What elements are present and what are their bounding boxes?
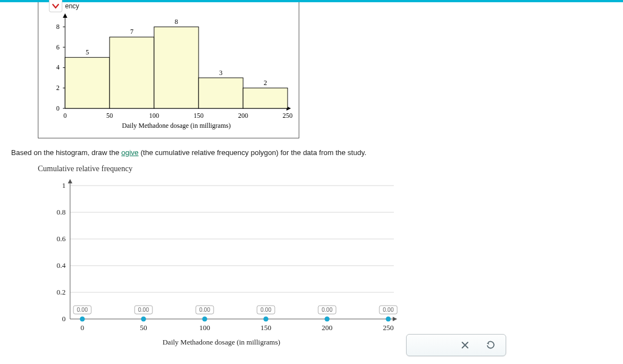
hist-xtick: 200 <box>238 112 248 119</box>
hist-bar <box>110 37 154 108</box>
svg-marker-2 <box>63 13 67 18</box>
hist-bar-label: 5 <box>86 48 89 56</box>
undo-icon <box>486 341 495 350</box>
ogive-xtick: 100 <box>199 323 210 332</box>
svg-marker-17 <box>393 317 397 321</box>
ogive-link[interactable]: ogive <box>121 148 139 157</box>
ogive-ytick: 0.6 <box>57 235 66 243</box>
ogive-point-value: 0.00 <box>383 307 394 313</box>
ogive-ytick: 0.8 <box>57 208 66 216</box>
histogram-xlabel: Daily Methadone dosage (in milligrams) <box>122 122 230 129</box>
svg-marker-16 <box>68 179 72 183</box>
ogive-ytick: 0.2 <box>57 288 66 296</box>
ogive-xlabel: Daily Methadone dosage (in milligrams) <box>38 336 405 347</box>
ogive-point-value: 0.00 <box>77 307 88 313</box>
hist-bar <box>199 78 243 108</box>
ogive-xtick: 250 <box>383 323 394 332</box>
histogram-ylabel: ency <box>43 2 294 11</box>
hist-bar-label: 8 <box>175 18 178 26</box>
ogive-title: Cumulative relative frequency <box>38 164 612 173</box>
hist-bar-label: 7 <box>130 28 134 36</box>
ogive-xtick: 150 <box>260 323 271 332</box>
svg-marker-24 <box>487 342 490 345</box>
ogive-point-handle[interactable] <box>264 317 269 322</box>
hist-bar <box>243 88 288 108</box>
collapse-toggle[interactable] <box>49 0 62 12</box>
hist-xtick: 150 <box>194 112 204 119</box>
ogive-point-handle[interactable] <box>325 317 330 322</box>
prompt-prefix: Based on the histogram, draw the <box>11 148 121 157</box>
hist-bar-label: 3 <box>219 69 222 77</box>
hist-ytick: 2 <box>56 84 60 92</box>
chevron-down-icon <box>52 2 60 10</box>
ogive-point-value: 0.00 <box>322 307 333 313</box>
ogive-point-handle[interactable] <box>202 317 207 322</box>
hist-xtick: 100 <box>149 112 159 119</box>
hist-bar <box>154 27 199 108</box>
ogive-xtick: 200 <box>322 323 333 332</box>
hist-ytick: 6 <box>56 43 60 51</box>
ogive-point-value: 0.00 <box>199 307 210 313</box>
question-prompt: Based on the histogram, draw the ogive (… <box>11 148 612 157</box>
reset-button[interactable] <box>486 340 496 350</box>
graph-toolbox <box>406 334 506 356</box>
ogive-point-value: 0.00 <box>138 307 149 313</box>
ogive-point-value: 0.00 <box>260 307 271 313</box>
clear-button[interactable] <box>460 340 470 350</box>
ogive-point-handle[interactable] <box>386 317 391 322</box>
close-icon <box>461 341 469 349</box>
hist-ytick: 8 <box>56 23 60 31</box>
histogram-panel: ency 0 2 4 6 8 <box>38 2 299 138</box>
prompt-suffix: (the cumulative relative frequency polyg… <box>139 148 366 157</box>
ogive-xtick: 0 <box>81 323 85 332</box>
ogive-point-handle[interactable] <box>141 317 146 322</box>
hist-bar-label: 2 <box>264 79 267 87</box>
hist-ytick: 0 <box>56 104 60 112</box>
ogive-ytick: 1 <box>62 181 66 190</box>
histogram-chart: 0 2 4 6 8 5 7 8 <box>43 11 295 133</box>
ogive-panel: Cumulative relative frequency 0 0.2 0.4 … <box>38 164 612 347</box>
hist-bar <box>65 57 110 108</box>
ogive-point-handle[interactable] <box>80 317 85 322</box>
hist-xtick: 50 <box>106 112 113 119</box>
hist-ytick: 4 <box>56 63 60 71</box>
ogive-xtick: 50 <box>140 323 147 332</box>
hist-xtick: 0 <box>63 112 67 119</box>
ogive-ytick: 0 <box>62 315 66 323</box>
hist-xtick: 250 <box>283 112 293 119</box>
ogive-ytick: 0.4 <box>57 261 66 270</box>
ogive-chart[interactable]: 0 0.2 0.4 0.6 0.8 1 0.00 0.00 0.00 0. <box>38 174 405 336</box>
